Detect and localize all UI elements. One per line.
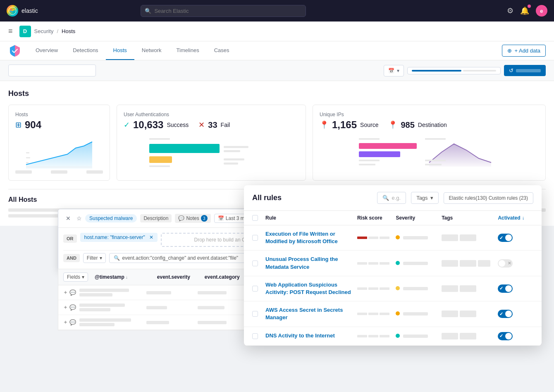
rule-checkbox-3[interactable] (252, 286, 262, 292)
refresh-icon: ↺ (509, 67, 513, 74)
host-filter-tag[interactable]: host.name: "finance-server" ✕ (80, 233, 158, 242)
rule-toggle-5[interactable]: ✓ (498, 332, 533, 340)
row-category (198, 321, 246, 324)
row-category (198, 291, 246, 294)
tag-box (460, 333, 476, 339)
menu-icon[interactable]: ≡ (8, 27, 13, 36)
row-checkbox[interactable] (252, 333, 258, 339)
star-button[interactable]: ☆ (76, 215, 82, 222)
filter-input[interactable] (8, 65, 96, 76)
row-checkbox[interactable] (252, 286, 258, 292)
source-ip-value: 1,165 (332, 119, 357, 131)
row-severity (146, 306, 194, 309)
tab-cases[interactable]: Cases (207, 41, 237, 60)
row-comment-icon[interactable]: 💬 (69, 304, 76, 311)
row-timestamp (79, 318, 143, 326)
toggle-knob-off (499, 260, 505, 267)
rule-name-2: Unusual Process Calling the Metadata Ser… (265, 256, 354, 270)
rule-checkbox-2[interactable] (252, 261, 262, 266)
rule-name-3: Web Application Suspicious Acitivity: PO… (265, 281, 354, 296)
tab-detections[interactable]: Detections (65, 41, 105, 60)
toggle-on-3[interactable]: ✓ (498, 284, 513, 293)
rule-toggle-3[interactable]: ✓ (498, 284, 533, 293)
tab-timelines[interactable]: Timelines (169, 41, 207, 60)
cat-skel-3 (198, 321, 227, 324)
rule-link-3[interactable]: Web Application Suspicious Acitivity: PO… (265, 282, 351, 295)
tab-overview[interactable]: Overview (28, 41, 65, 60)
rules-search-box[interactable]: 🔍 e.g. (377, 192, 406, 204)
date-picker-button[interactable]: 📅 ▾ (384, 65, 404, 76)
malware-tag-chip[interactable]: Suspected malware (85, 214, 137, 222)
notes-chip[interactable]: 💬 Notes 3 (175, 214, 210, 223)
row-checkbox[interactable] (252, 261, 258, 266)
calendar-icon: 📅 (388, 68, 394, 74)
toggle-knob (505, 311, 512, 317)
close-query-panel-button[interactable]: ✕ (63, 213, 73, 223)
row-checkbox[interactable] (252, 235, 258, 241)
tags-dropdown-button[interactable]: Tags ▾ (411, 192, 438, 204)
rule-link-1[interactable]: Execution of File Written or Modified by… (265, 231, 338, 244)
breadcrumb-parent[interactable]: Security (34, 28, 54, 34)
rule-toggle-1[interactable]: ✓ (498, 234, 533, 242)
row-comment-icon[interactable]: 💬 (69, 319, 76, 325)
remove-filter-icon[interactable]: ✕ (149, 234, 153, 240)
elastic-logo[interactable]: elastic (7, 5, 38, 17)
ips-stat-label: Unique IPs (320, 112, 539, 117)
description-chip[interactable]: Description (140, 214, 172, 222)
toggle-knob (505, 333, 512, 339)
rule-checkbox-5[interactable] (252, 333, 262, 339)
row-severity (146, 291, 194, 294)
breadcrumb-separator: / (57, 28, 58, 34)
row-checkbox[interactable] (252, 311, 258, 317)
header-checkbox[interactable] (252, 215, 258, 221)
rule-toggle-2[interactable]: ✕ (498, 259, 533, 268)
col-header-severity: event.severity (157, 274, 201, 280)
toggle-off-2[interactable]: ✕ (498, 259, 513, 268)
toggle-on-4[interactable]: ✓ (498, 310, 513, 318)
rule-severity-3 (396, 286, 438, 292)
skel-2 (51, 170, 67, 174)
filter-dropdown-button[interactable]: Filter ▾ (83, 253, 106, 263)
rule-row-2: Unusual Process Calling the Metadata Ser… (244, 251, 542, 276)
fields-button[interactable]: Fields ▾ (63, 272, 88, 282)
auth-chart (124, 136, 299, 169)
source-ip-icon: 📍 (320, 120, 329, 129)
auth-fail-label: Fail (221, 122, 230, 128)
rule-severity-2 (396, 261, 438, 266)
user-avatar[interactable]: e (536, 5, 547, 17)
col-severity-header: Severity (396, 215, 438, 221)
row-timestamp (79, 289, 143, 296)
date-range-fill (412, 70, 461, 72)
search-input[interactable] (141, 5, 306, 17)
tab-hosts[interactable]: Hosts (106, 41, 134, 60)
rule-checkbox-4[interactable] (252, 311, 262, 317)
notifications-icon[interactable]: 🔔 (520, 6, 529, 15)
row-comment-icon[interactable]: 💬 (69, 289, 76, 296)
rule-link-4[interactable]: AWS Access Secret in Secrets Manager (265, 307, 343, 320)
rule-tags-5 (442, 333, 494, 339)
pin-icon[interactable]: ✦ (63, 319, 68, 325)
tab-network[interactable]: Network (134, 41, 169, 60)
add-data-button[interactable]: ⊕ + Add data (502, 45, 546, 57)
top-navigation: elastic 🔍 ⚙ 🔔 e (0, 0, 554, 22)
rule-checkbox-1[interactable] (252, 235, 262, 241)
source-ip-label: Source (360, 122, 378, 128)
toggle-on-1[interactable]: ✓ (498, 234, 513, 242)
rule-link-5[interactable]: DNS Activity to the Internet (265, 332, 335, 339)
select-all-checkbox[interactable] (252, 215, 262, 221)
refresh-button[interactable]: ↺ (504, 65, 546, 76)
settings-icon[interactable]: ⚙ (507, 6, 513, 15)
ts-skel-1 (79, 289, 129, 292)
risk-bar-5 (357, 335, 393, 337)
rule-severity-1 (396, 235, 438, 241)
toggle-on-5[interactable]: ✓ (498, 332, 513, 340)
rule-severity-5 (396, 333, 438, 339)
pin-icon[interactable]: ✦ (63, 304, 68, 311)
calendar-icon-small: 📅 (218, 215, 224, 221)
tag-box (460, 234, 476, 241)
rule-link-2[interactable]: Unusual Process Calling the Metadata Ser… (265, 256, 338, 270)
col-activated-header[interactable]: Activated ↓ (498, 215, 533, 221)
ips-stat-card: Unique IPs 📍 1,165 Source 📍 985 Destinat… (313, 105, 546, 181)
rule-toggle-4[interactable]: ✓ (498, 310, 533, 318)
pin-icon[interactable]: ✦ (63, 289, 68, 296)
